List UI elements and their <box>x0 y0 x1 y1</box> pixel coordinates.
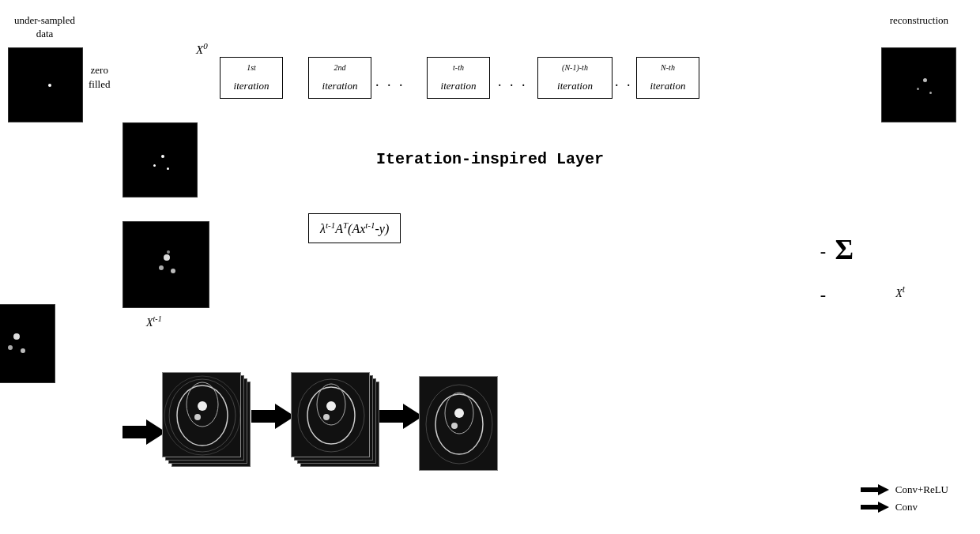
svg-point-13 <box>194 414 201 420</box>
svg-point-4 <box>13 333 20 340</box>
svg-point-18 <box>326 401 336 411</box>
arrow-2-3 <box>379 400 423 435</box>
xt-label: Xt <box>895 284 905 300</box>
xt1-image <box>122 221 209 308</box>
conv-stack-3 <box>419 376 498 471</box>
minus-bottom-sign: - <box>820 284 826 305</box>
svg-point-6 <box>21 348 25 353</box>
svg-marker-7 <box>122 419 166 445</box>
svg-marker-14 <box>251 404 295 429</box>
conv-stack-2 <box>291 372 386 471</box>
svg-point-15 <box>307 387 355 444</box>
conv-arrow-icon <box>861 501 889 513</box>
section-title: Iteration-inspired Layer <box>0 150 980 168</box>
svg-point-1 <box>159 265 164 270</box>
conv-stack-1 <box>162 372 257 471</box>
svg-point-24 <box>454 408 464 418</box>
iter-t-box: t-thiteration <box>427 57 490 99</box>
output-image <box>881 47 956 122</box>
svg-marker-20 <box>379 404 423 429</box>
reconstruction-label: reconstruction <box>890 14 948 27</box>
conv-label: Conv <box>895 501 918 513</box>
svg-point-8 <box>177 385 228 446</box>
arrow-1-2 <box>251 400 295 435</box>
svg-point-12 <box>198 401 207 411</box>
iter-2-box: 2nditeration <box>308 57 371 99</box>
zero-filled-label: zerofilled <box>89 63 110 92</box>
svg-point-21 <box>435 394 483 454</box>
ellipsis-2: · · · <box>498 77 528 94</box>
formula-box: λt-1AT(Axt-1-y) <box>308 213 401 243</box>
svg-point-3 <box>167 250 170 254</box>
conv-relu-label: Conv+ReLU <box>895 483 948 496</box>
x0-label: X0 <box>196 41 208 57</box>
input-arrow <box>122 416 166 451</box>
xt1-label: Xt-1 <box>146 314 162 329</box>
undersampled-label: under-sampleddata <box>14 14 75 41</box>
svg-point-19 <box>323 414 330 420</box>
iter-n-box: N-thiteration <box>636 57 699 99</box>
svg-point-11 <box>164 376 240 455</box>
svg-marker-26 <box>861 484 889 495</box>
ellipsis-1: · · · <box>375 77 405 94</box>
bottom-section: Xt-1 λt-1AT(Axt-1-y) - Σ - Xt <box>0 197 980 534</box>
sigma-symbol: Σ <box>835 233 854 266</box>
conv-relu-arrow-icon <box>861 483 889 496</box>
iter-n1-box: (N-1)-thiteration <box>537 57 612 99</box>
svg-point-25 <box>451 423 458 429</box>
svg-point-10 <box>169 379 236 452</box>
xt-image <box>0 304 55 383</box>
svg-point-5 <box>8 345 13 350</box>
top-section: under-sampleddata zerofilled X0 1stitera… <box>0 8 980 197</box>
page-container: under-sampleddata zerofilled X0 1stitera… <box>0 0 980 534</box>
legend-conv-relu: Conv+ReLU <box>861 483 948 496</box>
iter-1-box: 1stiteration <box>220 57 283 99</box>
input-image <box>8 47 83 122</box>
svg-marker-27 <box>861 502 889 513</box>
svg-point-0 <box>164 254 170 261</box>
legend-conv: Conv <box>861 501 948 513</box>
svg-point-2 <box>171 269 175 273</box>
legend: Conv+ReLU Conv <box>861 483 948 518</box>
minus-top-sign: - <box>820 241 826 261</box>
